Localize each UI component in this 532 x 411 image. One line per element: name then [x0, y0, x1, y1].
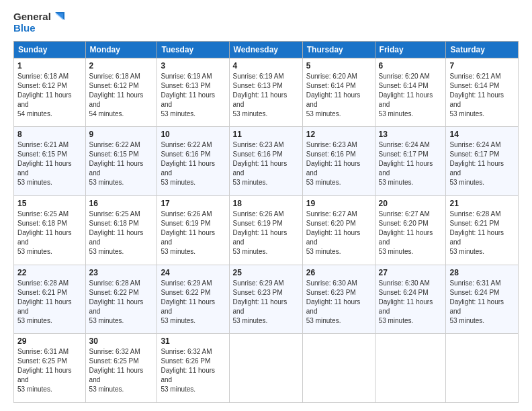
day-number: 27 [379, 268, 443, 277]
calendar-day-cell: 31 Sunrise: 6:32 AMSunset: 6:26 PMDaylig… [157, 334, 229, 403]
day-number: 6 [379, 61, 443, 71]
calendar-header-cell: Sunday [14, 41, 86, 58]
day-detail: Sunrise: 6:28 AMSunset: 6:22 PMDaylight:… [89, 279, 144, 324]
day-detail: Sunrise: 6:27 AMSunset: 6:20 PMDaylight:… [379, 210, 433, 255]
day-detail: Sunrise: 6:30 AMSunset: 6:24 PMDaylight:… [379, 279, 433, 324]
calendar-header-cell: Saturday [446, 41, 519, 58]
calendar-day-cell: 6 Sunrise: 6:20 AMSunset: 6:14 PMDayligh… [375, 58, 446, 127]
day-number: 10 [161, 130, 225, 139]
calendar-day-cell: 27 Sunrise: 6:30 AMSunset: 6:24 PMDaylig… [375, 265, 446, 334]
logo-blue: Blue [13, 23, 64, 34]
calendar-day-cell: 8 Sunrise: 6:21 AMSunset: 6:15 PMDayligh… [14, 127, 86, 196]
day-detail: Sunrise: 6:23 AMSunset: 6:16 PMDaylight:… [306, 141, 361, 186]
day-number: 31 [161, 336, 225, 346]
logo: General Blue [13, 11, 64, 34]
day-number: 14 [449, 130, 515, 139]
day-detail: Sunrise: 6:25 AMSunset: 6:18 PMDaylight:… [89, 210, 144, 255]
calendar-week-row: 22 Sunrise: 6:28 AMSunset: 6:21 PMDaylig… [14, 265, 519, 334]
calendar-day-cell: 7 Sunrise: 6:21 AMSunset: 6:14 PMDayligh… [446, 58, 519, 127]
day-detail: Sunrise: 6:24 AMSunset: 6:17 PMDaylight:… [379, 141, 433, 186]
day-number: 30 [89, 336, 154, 346]
day-number: 13 [379, 130, 443, 139]
calendar-body: 1 Sunrise: 6:18 AMSunset: 6:12 PMDayligh… [14, 58, 519, 403]
calendar-day-cell: 17 Sunrise: 6:26 AMSunset: 6:19 PMDaylig… [157, 195, 229, 265]
day-detail: Sunrise: 6:29 AMSunset: 6:23 PMDaylight:… [233, 279, 287, 324]
calendar-day-cell: 30 Sunrise: 6:32 AMSunset: 6:25 PMDaylig… [85, 334, 157, 403]
calendar-day-cell: 29 Sunrise: 6:31 AMSunset: 6:25 PMDaylig… [14, 334, 86, 403]
calendar-day-cell: 11 Sunrise: 6:23 AMSunset: 6:16 PMDaylig… [229, 127, 302, 196]
day-detail: Sunrise: 6:29 AMSunset: 6:22 PMDaylight:… [161, 279, 215, 324]
day-detail: Sunrise: 6:20 AMSunset: 6:14 PMDaylight:… [306, 73, 361, 118]
calendar-day-cell [446, 334, 519, 403]
calendar-day-cell [302, 334, 375, 403]
day-detail: Sunrise: 6:20 AMSunset: 6:14 PMDaylight:… [379, 73, 433, 118]
logo-triangle-icon [52, 11, 64, 23]
calendar-header-row: SundayMondayTuesdayWednesdayThursdayFrid… [14, 41, 519, 58]
calendar-week-row: 29 Sunrise: 6:31 AMSunset: 6:25 PMDaylig… [14, 334, 519, 403]
day-detail: Sunrise: 6:21 AMSunset: 6:14 PMDaylight:… [449, 73, 504, 118]
day-number: 20 [379, 199, 443, 208]
day-detail: Sunrise: 6:31 AMSunset: 6:25 PMDaylight:… [17, 348, 72, 393]
calendar-day-cell: 28 Sunrise: 6:31 AMSunset: 6:24 PMDaylig… [446, 265, 519, 334]
calendar-day-cell: 5 Sunrise: 6:20 AMSunset: 6:14 PMDayligh… [302, 58, 375, 127]
calendar-day-cell: 25 Sunrise: 6:29 AMSunset: 6:23 PMDaylig… [229, 265, 302, 334]
calendar-day-cell: 23 Sunrise: 6:28 AMSunset: 6:22 PMDaylig… [85, 265, 157, 334]
calendar-day-cell: 20 Sunrise: 6:27 AMSunset: 6:20 PMDaylig… [375, 195, 446, 265]
calendar-header-cell: Tuesday [157, 41, 229, 58]
day-detail: Sunrise: 6:30 AMSunset: 6:23 PMDaylight:… [306, 279, 361, 324]
day-detail: Sunrise: 6:31 AMSunset: 6:24 PMDaylight:… [449, 279, 504, 324]
day-detail: Sunrise: 6:28 AMSunset: 6:21 PMDaylight:… [17, 279, 72, 324]
day-number: 29 [17, 336, 82, 346]
day-detail: Sunrise: 6:23 AMSunset: 6:16 PMDaylight:… [233, 141, 287, 186]
day-number: 25 [233, 268, 299, 277]
day-detail: Sunrise: 6:27 AMSunset: 6:20 PMDaylight:… [306, 210, 361, 255]
day-detail: Sunrise: 6:26 AMSunset: 6:19 PMDaylight:… [161, 210, 215, 255]
calendar-day-cell: 1 Sunrise: 6:18 AMSunset: 6:12 PMDayligh… [14, 58, 86, 127]
day-number: 8 [17, 130, 82, 139]
calendar-header-cell: Friday [375, 41, 446, 58]
day-detail: Sunrise: 6:22 AMSunset: 6:16 PMDaylight:… [161, 141, 215, 186]
calendar-header-cell: Wednesday [229, 41, 302, 58]
day-number: 15 [17, 199, 82, 208]
logo-general: General [13, 11, 51, 23]
day-number: 12 [306, 130, 371, 139]
day-number: 7 [449, 61, 515, 71]
calendar-header-cell: Thursday [302, 41, 375, 58]
header: General Blue [13, 11, 519, 34]
day-detail: Sunrise: 6:25 AMSunset: 6:18 PMDaylight:… [17, 210, 72, 255]
day-number: 11 [233, 130, 299, 139]
day-number: 19 [306, 199, 371, 208]
calendar-day-cell: 12 Sunrise: 6:23 AMSunset: 6:16 PMDaylig… [302, 127, 375, 196]
day-number: 5 [306, 61, 371, 71]
day-number: 21 [449, 199, 515, 208]
day-number: 16 [89, 199, 154, 208]
calendar-day-cell [229, 334, 302, 403]
calendar-day-cell: 14 Sunrise: 6:24 AMSunset: 6:17 PMDaylig… [446, 127, 519, 196]
day-detail: Sunrise: 6:22 AMSunset: 6:15 PMDaylight:… [89, 141, 144, 186]
day-number: 22 [17, 268, 82, 277]
day-number: 26 [306, 268, 371, 277]
day-detail: Sunrise: 6:18 AMSunset: 6:12 PMDaylight:… [89, 73, 144, 118]
day-detail: Sunrise: 6:26 AMSunset: 6:19 PMDaylight:… [233, 210, 287, 255]
calendar-day-cell: 3 Sunrise: 6:19 AMSunset: 6:13 PMDayligh… [157, 58, 229, 127]
calendar-day-cell: 21 Sunrise: 6:28 AMSunset: 6:21 PMDaylig… [446, 195, 519, 265]
logo-text: General Blue [13, 11, 64, 34]
day-number: 4 [233, 61, 299, 71]
calendar-week-row: 15 Sunrise: 6:25 AMSunset: 6:18 PMDaylig… [14, 195, 519, 265]
day-detail: Sunrise: 6:28 AMSunset: 6:21 PMDaylight:… [449, 210, 504, 255]
day-detail: Sunrise: 6:32 AMSunset: 6:26 PMDaylight:… [161, 348, 215, 393]
day-number: 18 [233, 199, 299, 208]
calendar-week-row: 1 Sunrise: 6:18 AMSunset: 6:12 PMDayligh… [14, 58, 519, 127]
calendar-day-cell: 13 Sunrise: 6:24 AMSunset: 6:17 PMDaylig… [375, 127, 446, 196]
page: General Blue SundayMondayTuesdayWednesda… [0, 0, 532, 411]
day-detail: Sunrise: 6:21 AMSunset: 6:15 PMDaylight:… [17, 141, 72, 186]
day-number: 24 [161, 268, 225, 277]
day-number: 28 [449, 268, 515, 277]
calendar-day-cell [375, 334, 446, 403]
day-detail: Sunrise: 6:24 AMSunset: 6:17 PMDaylight:… [449, 141, 504, 186]
calendar-day-cell: 2 Sunrise: 6:18 AMSunset: 6:12 PMDayligh… [85, 58, 157, 127]
calendar-day-cell: 19 Sunrise: 6:27 AMSunset: 6:20 PMDaylig… [302, 195, 375, 265]
day-number: 17 [161, 199, 225, 208]
calendar-day-cell: 10 Sunrise: 6:22 AMSunset: 6:16 PMDaylig… [157, 127, 229, 196]
calendar-day-cell: 9 Sunrise: 6:22 AMSunset: 6:15 PMDayligh… [85, 127, 157, 196]
